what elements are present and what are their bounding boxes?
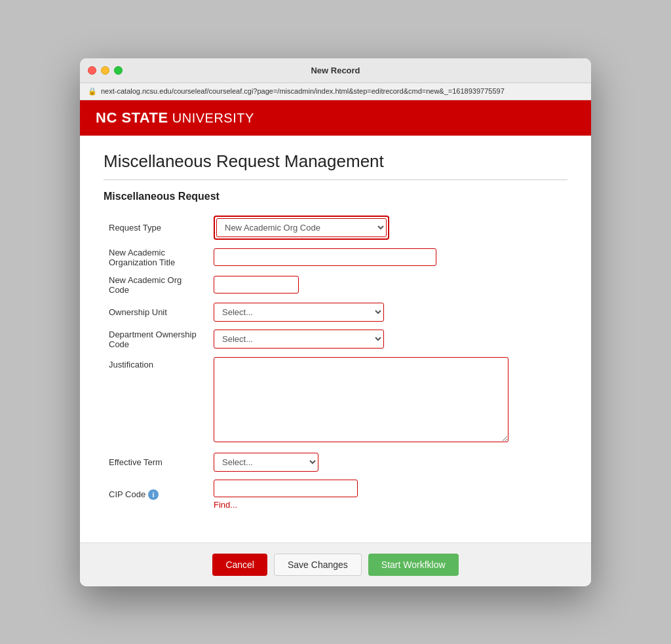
- org-title-label: New Academic Organization Title: [104, 244, 208, 271]
- effective-term-select[interactable]: Select...: [214, 453, 318, 472]
- org-title-input[interactable]: [214, 248, 436, 266]
- request-type-row: Request Type New Academic Org Code: [104, 212, 567, 244]
- page-title: Miscellaneous Request Management: [104, 151, 567, 180]
- site-header: NC STATE UNIVERSITY: [80, 100, 591, 136]
- cip-info-icon[interactable]: i: [148, 489, 159, 500]
- dept-ownership-row: Department Ownership Code Select...: [104, 326, 567, 353]
- org-code-cell: [208, 271, 567, 299]
- cip-code-row: CIP Code i Find...: [104, 476, 567, 514]
- justification-cell: [208, 353, 567, 449]
- dept-ownership-cell: Select...: [208, 326, 567, 353]
- org-code-label: New Academic Org Code: [104, 271, 208, 299]
- brand-strong: NC STATE: [96, 109, 168, 126]
- request-type-box: New Academic Org Code: [214, 216, 389, 240]
- ownership-unit-select[interactable]: Select...: [214, 303, 384, 322]
- dept-ownership-select[interactable]: Select...: [214, 330, 384, 349]
- cip-code-label-cell: CIP Code i: [104, 476, 208, 514]
- org-code-input[interactable]: [214, 276, 299, 294]
- ownership-unit-row: Ownership Unit Select...: [104, 299, 567, 326]
- org-title-cell: [208, 244, 567, 271]
- org-title-row: New Academic Organization Title: [104, 244, 567, 271]
- request-type-cell: New Academic Org Code: [208, 212, 567, 244]
- justification-label: Justification: [104, 353, 208, 449]
- start-workflow-button[interactable]: Start Workfklow: [368, 554, 459, 576]
- window-title: New Record: [311, 66, 360, 75]
- ownership-unit-label: Ownership Unit: [104, 299, 208, 326]
- footer-bar: Cancel Save Changes Start Workfklow: [80, 542, 591, 586]
- traffic-lights: [88, 66, 123, 75]
- cip-label-container: CIP Code i: [109, 489, 203, 500]
- request-type-label: Request Type: [104, 212, 208, 244]
- close-button[interactable]: [88, 66, 96, 75]
- find-link[interactable]: Find...: [214, 500, 562, 510]
- request-type-select[interactable]: New Academic Org Code: [216, 218, 387, 237]
- effective-term-row: Effective Term Select...: [104, 449, 567, 476]
- maximize-button[interactable]: [114, 66, 123, 75]
- save-changes-button[interactable]: Save Changes: [274, 554, 362, 576]
- minimize-button[interactable]: [101, 66, 109, 75]
- justification-textarea[interactable]: [214, 357, 508, 442]
- cip-code-label: CIP Code: [109, 489, 145, 499]
- effective-term-cell: Select...: [208, 449, 567, 476]
- main-content: Miscellaneous Request Management Miscell…: [80, 136, 591, 529]
- lock-icon: 🔒: [88, 87, 97, 96]
- browser-window: New Record 🔒 next-catalog.ncsu.edu/cours…: [80, 58, 591, 586]
- cancel-button[interactable]: Cancel: [212, 554, 267, 576]
- effective-term-label: Effective Term: [104, 449, 208, 476]
- org-code-row: New Academic Org Code: [104, 271, 567, 299]
- brand: NC STATE UNIVERSITY: [96, 109, 575, 126]
- section-title: Miscellaneous Request: [104, 191, 567, 202]
- title-bar: New Record: [80, 58, 591, 83]
- url-text: next-catalog.ncsu.edu/courseleaf/coursel…: [101, 87, 505, 95]
- justification-row: Justification: [104, 353, 567, 449]
- cip-code-cell: Find...: [208, 476, 567, 514]
- form-table: Request Type New Academic Org Code New A…: [104, 212, 567, 514]
- dept-ownership-label: Department Ownership Code: [104, 326, 208, 353]
- url-bar: 🔒 next-catalog.ncsu.edu/courseleaf/cours…: [80, 83, 591, 100]
- brand-rest: UNIVERSITY: [168, 111, 254, 125]
- cip-code-input[interactable]: [214, 480, 358, 497]
- ownership-unit-cell: Select...: [208, 299, 567, 326]
